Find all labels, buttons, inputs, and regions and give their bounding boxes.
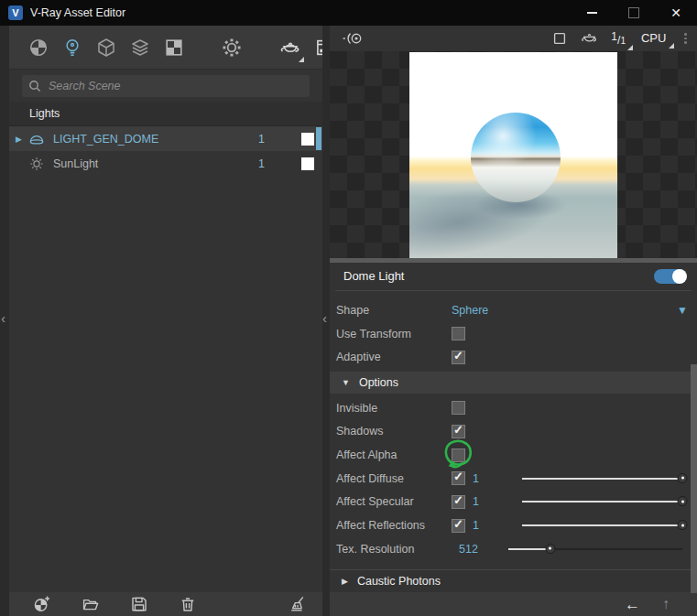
vray-asset-editor-window: V V-Ray Asset Editor ✕ ‹ (0, 0, 697, 616)
asset-visibility-checkbox[interactable] (301, 133, 314, 146)
dome-light-icon (27, 131, 47, 147)
chevron-left-icon: ‹ (1, 311, 5, 325)
settings-gear-icon[interactable] (220, 36, 244, 59)
materials-icon[interactable] (27, 36, 49, 59)
tex-resolution-row: Tex. Resolution 512 (330, 537, 697, 561)
open-file-icon[interactable] (82, 595, 100, 613)
tex-resolution-value[interactable]: 512 (459, 543, 483, 556)
search-area (9, 70, 322, 102)
affect-diffuse-value[interactable]: 1 (473, 472, 496, 485)
affect-reflections-row: Affect Reflections 1 (330, 513, 697, 537)
close-icon: ✕ (670, 6, 681, 19)
lights-icon[interactable] (61, 36, 83, 59)
asset-name: LIGHT_GEN_DOME (53, 133, 158, 146)
asset-count: 1 (258, 157, 265, 170)
invisible-checkbox[interactable] (452, 401, 465, 415)
chevron-left-icon: ‹ (322, 311, 327, 325)
layers-icon[interactable] (129, 36, 151, 59)
affect-reflections-value[interactable]: 1 (473, 519, 496, 532)
properties-scrollbar-thumb[interactable] (691, 364, 697, 593)
title-bar: V V-Ray Asset Editor ✕ (0, 0, 697, 26)
geometry-icon[interactable] (95, 36, 117, 59)
affect-specular-slider[interactable] (522, 496, 682, 507)
use-transform-checkbox[interactable] (452, 327, 465, 340)
list-item-sunlight[interactable]: SunLight 1 (9, 151, 322, 176)
affect-diffuse-row: Affect Diffuse 1 (330, 467, 697, 491)
minimize-icon (587, 12, 597, 14)
asset-count: 1 (258, 133, 265, 146)
affect-specular-checkbox[interactable] (452, 495, 465, 509)
menu-dots-icon[interactable] (682, 31, 689, 46)
list-scrollbar-thumb[interactable] (316, 127, 321, 150)
adaptive-checkbox[interactable] (452, 351, 465, 364)
render-history-count[interactable]: 1/1 (611, 30, 629, 47)
asset-panel: Lights ▶ LIGHT_GEN_DOME 1 (9, 26, 322, 616)
shadows-checkbox[interactable] (452, 425, 465, 438)
collapse-arrow-icon: ▼ (342, 378, 350, 387)
purge-icon[interactable] (289, 595, 308, 613)
annotation-circle (441, 438, 477, 472)
add-asset-icon[interactable] (33, 595, 51, 613)
slider-handle[interactable] (678, 497, 688, 507)
affect-alpha-row: Affect Alpha (330, 443, 697, 467)
shape-row: Shape Sphere ▼ (330, 298, 697, 322)
sun-icon (27, 155, 47, 173)
light-enabled-toggle[interactable] (654, 269, 686, 284)
slider-handle[interactable] (678, 520, 688, 530)
slider-handle[interactable] (545, 544, 555, 554)
delete-icon[interactable] (179, 595, 197, 613)
lights-section-header: Lights (9, 102, 322, 126)
slider-handle[interactable] (678, 473, 688, 483)
options-section-header[interactable]: ▼ Options (330, 372, 697, 394)
search-icon (28, 80, 41, 92)
left-collapse-strip[interactable]: ‹ (0, 26, 9, 616)
asset-name: SunLight (53, 157, 98, 170)
list-item-light-gen-dome[interactable]: ▶ LIGHT_GEN_DOME 1 (9, 126, 322, 151)
back-arrow-button[interactable]: ← (625, 597, 640, 612)
search-scene-box[interactable] (22, 75, 310, 97)
navigation-bar: ← ↑ (330, 592, 697, 616)
render-preview-area (330, 51, 697, 258)
stop-render-icon[interactable] (551, 30, 568, 47)
tex-resolution-slider[interactable] (508, 544, 682, 555)
up-arrow-button[interactable]: ↑ (662, 597, 670, 611)
adaptive-row: Adaptive (330, 346, 697, 370)
affect-reflections-checkbox[interactable] (452, 519, 465, 533)
vray-logo-icon: V (8, 5, 23, 20)
maximize-button[interactable] (613, 0, 655, 26)
minimize-button[interactable] (571, 0, 613, 26)
asset-actions-toolbar (9, 592, 322, 616)
collapsed-arrow-icon: ▶ (342, 577, 348, 586)
affect-diffuse-checkbox[interactable] (452, 471, 465, 485)
render-preview-image (409, 52, 617, 258)
asset-list-empty-area (9, 176, 322, 592)
shape-select[interactable]: Sphere (452, 304, 488, 317)
render-sphere (471, 113, 561, 202)
affect-specular-value[interactable]: 1 (473, 495, 496, 508)
close-button[interactable]: ✕ (655, 0, 697, 26)
affect-diffuse-slider[interactable] (522, 473, 682, 484)
preview-toolbar: 1/1 CPU (330, 26, 697, 51)
use-transform-row: Use Transform (330, 322, 697, 346)
panel-splitter[interactable]: ‹ (322, 26, 330, 616)
affect-reflections-slider[interactable] (522, 520, 682, 531)
engine-select[interactable]: CPU (641, 31, 670, 45)
render-properties-panel: 1/1 CPU Dome Light Shape S (330, 26, 697, 616)
textures-icon[interactable] (163, 36, 185, 59)
asset-visibility-checkbox[interactable] (301, 157, 314, 170)
caustic-photons-section-header[interactable]: ▶ Caustic Photons (330, 569, 697, 593)
search-input[interactable] (47, 79, 303, 93)
shadows-row: Shadows (330, 420, 697, 444)
render-teapot-icon[interactable] (580, 28, 599, 48)
asset-category-toolbar (9, 26, 322, 70)
affect-specular-row: Affect Specular 1 (330, 491, 697, 514)
render-teapot-icon[interactable] (278, 36, 302, 59)
maximize-icon (628, 7, 639, 18)
window-title: V-Ray Asset Editor (30, 6, 125, 19)
expand-arrow-icon[interactable]: ▶ (16, 135, 27, 144)
property-title: Dome Light (343, 269, 404, 283)
interactive-render-icon[interactable] (342, 29, 366, 48)
save-icon[interactable] (130, 595, 148, 613)
invisible-row: Invisible (330, 396, 697, 420)
chevron-down-icon[interactable]: ▼ (677, 304, 688, 317)
